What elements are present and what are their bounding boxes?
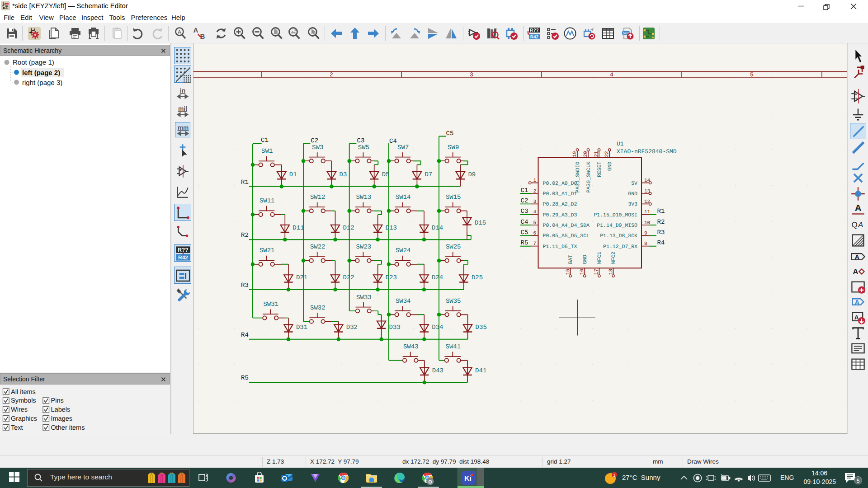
svg-text:D22: D22 <box>343 274 354 282</box>
svg-text:R3: R3 <box>241 282 249 289</box>
svg-text:SW22: SW22 <box>310 244 326 251</box>
svg-text:11: 11 <box>644 210 651 215</box>
svg-text:R1: R1 <box>657 208 665 215</box>
svg-text:SW9: SW9 <box>448 144 459 151</box>
svg-text:R42: R42 <box>178 255 189 261</box>
svg-text:A: A <box>855 203 862 213</box>
svg-text:SW35: SW35 <box>446 298 461 305</box>
svg-text:Other items: Other items <box>51 424 85 432</box>
svg-text:mil: mil <box>178 105 187 112</box>
svg-text:R42: R42 <box>530 35 539 40</box>
svg-text:D7: D7 <box>425 171 432 178</box>
svg-text:D43: D43 <box>432 367 443 375</box>
svg-text:19: 19 <box>572 151 578 157</box>
svg-text:SW23: SW23 <box>356 244 372 251</box>
svg-text:D1: D1 <box>289 171 297 178</box>
svg-text:A: A <box>854 298 859 306</box>
svg-text:SW14: SW14 <box>396 194 411 201</box>
svg-text:C1: C1 <box>521 187 528 194</box>
svg-text:D23: D23 <box>386 274 397 282</box>
svg-text:3: 3 <box>533 199 536 205</box>
svg-text:R3: R3 <box>657 229 665 236</box>
svg-text:R2: R2 <box>241 232 249 239</box>
svg-text:SW13: SW13 <box>356 194 372 201</box>
svg-text:D3: D3 <box>340 171 347 178</box>
svg-text:SW41: SW41 <box>445 343 461 351</box>
svg-text:SW11: SW11 <box>259 197 275 205</box>
svg-text:D31: D31 <box>296 324 307 331</box>
svg-text:SW12: SW12 <box>310 194 326 201</box>
svg-text:P1.12_D7_RX: P1.12_D7_RX <box>603 244 637 250</box>
svg-text:4: 4 <box>610 71 613 78</box>
svg-text:GND: GND <box>582 255 588 264</box>
svg-text:SW25: SW25 <box>446 244 461 251</box>
svg-text:Pins: Pins <box>51 397 64 404</box>
svg-text:left (page 2): left (page 2) <box>22 69 60 77</box>
svg-text:D34: D34 <box>432 324 443 331</box>
svg-text:20: 20 <box>583 151 589 157</box>
svg-text:U1: U1 <box>617 141 624 147</box>
svg-text:SW7: SW7 <box>397 144 409 151</box>
svg-text:SW33: SW33 <box>356 294 372 301</box>
svg-text:D25: D25 <box>472 274 483 282</box>
svg-text:PA30_SWCLK: PA30_SWCLK <box>586 161 592 192</box>
svg-text:SW24: SW24 <box>396 247 411 254</box>
svg-text:XIAO-nRF52840-SMD: XIAO-nRF52840-SMD <box>617 148 677 155</box>
svg-text:A: A <box>178 29 181 35</box>
svg-text:D32: D32 <box>346 324 358 331</box>
svg-text:A: A <box>853 267 858 276</box>
svg-text:12: 12 <box>644 199 650 205</box>
svg-text:8: 8 <box>644 241 647 247</box>
svg-text:P0.04_A4_D4_SDA: P0.04_A4_D4_SDA <box>543 223 590 229</box>
svg-text:Images: Images <box>51 415 73 422</box>
svg-text:D21: D21 <box>296 274 307 282</box>
svg-text:C3: C3 <box>521 208 528 215</box>
svg-text:C3: C3 <box>357 137 365 145</box>
svg-text:A: A <box>854 314 859 321</box>
svg-text:5: 5 <box>750 71 754 78</box>
svg-text:O: O <box>428 479 432 485</box>
svg-text:R5: R5 <box>241 375 249 382</box>
svg-text:C1: C1 <box>261 137 269 144</box>
svg-text:22: 22 <box>604 151 610 157</box>
svg-text:P0.03_A1_D1: P0.03_A1_D1 <box>543 191 577 197</box>
svg-text:D24: D24 <box>432 274 443 282</box>
svg-text:21: 21 <box>594 151 599 157</box>
svg-text:6: 6 <box>533 231 536 236</box>
svg-text:D11: D11 <box>292 225 304 232</box>
svg-text:SW32: SW32 <box>310 305 326 312</box>
svg-text:SW43: SW43 <box>403 343 419 351</box>
svg-text:3: 3 <box>470 71 473 78</box>
svg-text:R2: R2 <box>657 219 665 226</box>
svg-text:SW31: SW31 <box>263 301 278 308</box>
svg-text:All items: All items <box>11 389 36 396</box>
svg-text:P1.14_D9_MISO: P1.14_D9_MISO <box>597 223 637 229</box>
svg-text:Q: Q <box>851 221 857 229</box>
svg-text:mm: mm <box>178 124 189 131</box>
svg-text:2: 2 <box>533 189 536 194</box>
svg-text:D14: D14 <box>432 225 443 232</box>
svg-text:C5: C5 <box>521 229 528 236</box>
svg-text:right (page 3): right (page 3) <box>22 79 62 87</box>
svg-text:7: 7 <box>533 241 536 247</box>
svg-text:10: 10 <box>644 221 650 226</box>
svg-text:SW21: SW21 <box>259 247 275 254</box>
svg-text:SW5: SW5 <box>358 144 369 151</box>
svg-text:P1.15_D10_MOSI: P1.15_D10_MOSI <box>594 212 637 218</box>
svg-text:R5: R5 <box>521 239 528 247</box>
svg-text:D13: D13 <box>386 225 397 232</box>
svg-text:5: 5 <box>857 478 860 484</box>
svg-text:R1: R1 <box>241 179 249 186</box>
svg-text:SW3: SW3 <box>312 144 323 151</box>
svg-text:C2: C2 <box>521 197 528 205</box>
svg-text:D12: D12 <box>343 225 354 232</box>
svg-text:C2: C2 <box>311 137 318 145</box>
svg-text:D15: D15 <box>475 220 486 227</box>
svg-text:Graphics: Graphics <box>11 415 37 422</box>
svg-text:Symbols: Symbols <box>11 397 36 404</box>
svg-text:SW1: SW1 <box>261 148 273 155</box>
svg-text:GND: GND <box>607 161 613 171</box>
svg-text:1: 1 <box>613 473 615 478</box>
svg-text:C5: C5 <box>446 130 454 137</box>
svg-text:5: 5 <box>533 221 536 226</box>
